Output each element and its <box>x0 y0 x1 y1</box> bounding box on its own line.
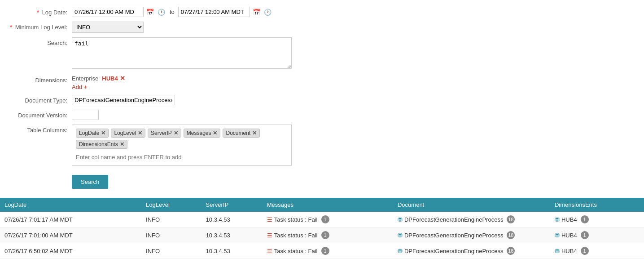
document-text: DPForecastGenerationEngineProcess <box>404 248 503 254</box>
dimension-tags: Enterprise HUB4 ✕ <box>72 75 635 82</box>
col-tag-remove-icon[interactable]: ✕ <box>138 130 142 136</box>
cell-logdate: 07/26/17 7:01:00 AM MDT <box>0 227 141 243</box>
search-button[interactable]: Search <box>72 175 108 189</box>
log-date-label: * Log Date: <box>9 7 72 16</box>
doc-type-row: Document Type: <box>9 95 635 105</box>
clock-from-icon[interactable]: 🕐 <box>157 8 166 17</box>
col-tag-remove-icon[interactable]: ✕ <box>120 141 124 147</box>
search-button-row: Search <box>9 170 635 189</box>
clock-to-icon[interactable]: 🕐 <box>263 8 272 17</box>
dimension-remove-icon[interactable]: ✕ <box>120 75 125 82</box>
dimension-key: Enterprise <box>72 75 98 82</box>
col-tag: Messages✕ <box>184 129 221 138</box>
col-header-logdate: LogDate <box>0 198 141 212</box>
col-header-messages: Messages <box>263 198 393 212</box>
cell-messages: ☰ Task status : Fail 1 <box>263 243 393 259</box>
cell-document: ⛃ DPForecastGenerationEngineProcess 18 <box>393 212 550 227</box>
message-badge: 1 <box>321 215 329 223</box>
table-row: 07/26/17 7:01:17 AM MDT INFO 10.3.4.53 ☰… <box>0 212 644 227</box>
calendar-from-icon[interactable]: 📅 <box>145 8 155 17</box>
calendar-to-icon[interactable]: 📅 <box>252 8 261 17</box>
add-plus-icon: + <box>83 84 87 90</box>
add-dimension-link[interactable]: Add + <box>72 84 635 90</box>
col-tag: Document✕ <box>223 129 260 138</box>
cell-loglevel: INFO <box>141 243 202 259</box>
log-date-to-input[interactable] <box>178 7 250 17</box>
dimension-value: HUB4 <box>102 75 118 82</box>
columns-wrap: LogDate✕LogLevel✕ServerIP✕Messages✕Docum… <box>72 125 292 166</box>
table-header: LogDate LogLevel ServerIP Messages Docum… <box>0 198 644 212</box>
log-search-form: * Log Date: 📅 🕐 to 📅 🕐 * Minimum Log Lev… <box>0 0 644 196</box>
search-textarea[interactable]: fail <box>72 37 292 69</box>
table-row: 07/26/17 6:50:02 AM MDT INFO 10.3.4.53 ☰… <box>0 243 644 259</box>
cell-messages: ☰ Task status : Fail 1 <box>263 212 393 227</box>
cell-loglevel: INFO <box>141 227 202 243</box>
document-tree-icon: ⛃ <box>398 216 403 223</box>
col-tag-remove-icon[interactable]: ✕ <box>252 130 257 136</box>
table-columns-label: Table Columns: <box>9 125 72 134</box>
min-log-level-select[interactable]: DEBUG INFO WARN ERROR <box>72 22 144 33</box>
dim-text: HUB4 <box>561 232 577 239</box>
log-date-controls: 📅 🕐 to 📅 🕐 <box>72 7 635 17</box>
column-tags: LogDate✕LogLevel✕ServerIP✕Messages✕Docum… <box>76 129 288 149</box>
dimensions-label: Dimensions: <box>9 75 72 84</box>
dimensions-control: Enterprise HUB4 ✕ Add + <box>72 75 635 90</box>
cell-serverip: 10.3.4.53 <box>202 227 263 243</box>
cell-logdate: 07/26/17 6:50:02 AM MDT <box>0 243 141 259</box>
log-date-from-input[interactable] <box>72 7 144 17</box>
doc-version-input[interactable] <box>72 110 99 120</box>
message-text: Task status : Fail <box>274 216 318 223</box>
document-tree-icon: ⛃ <box>398 248 403 254</box>
cell-messages: ☰ Task status : Fail 1 <box>263 227 393 243</box>
cell-loglevel: INFO <box>141 212 202 227</box>
document-tree-icon: ⛃ <box>398 232 403 239</box>
col-header-dimensionsents: DimensionsEnts <box>550 198 644 212</box>
cell-serverip: 10.3.4.53 <box>202 212 263 227</box>
dimensions-row: Dimensions: Enterprise HUB4 ✕ Add + <box>9 75 635 90</box>
col-tag-remove-icon[interactable]: ✕ <box>101 130 105 136</box>
col-name-input[interactable] <box>76 152 288 162</box>
search-row: Search: fail <box>9 37 635 70</box>
col-tag-remove-icon[interactable]: ✕ <box>174 130 178 136</box>
col-header-serverip: ServerIP <box>202 198 263 212</box>
table-body: 07/26/17 7:01:17 AM MDT INFO 10.3.4.53 ☰… <box>0 212 644 259</box>
dim-text: HUB4 <box>561 248 577 254</box>
table-row: 07/26/17 7:01:00 AM MDT INFO 10.3.4.53 ☰… <box>0 227 644 243</box>
doc-version-row: Document Version: <box>9 110 635 120</box>
message-text: Task status : Fail <box>274 232 318 239</box>
col-tag: DimensionsEnts✕ <box>76 140 127 149</box>
dim-tree-icon: ⛃ <box>555 216 560 223</box>
messages-list-icon: ☰ <box>267 232 272 239</box>
dim-badge: 1 <box>581 215 589 223</box>
col-tag: ServerIP✕ <box>148 129 181 138</box>
dim-badge: 1 <box>581 247 589 255</box>
results-table: LogDate LogLevel ServerIP Messages Docum… <box>0 198 644 259</box>
dim-text: HUB4 <box>561 216 577 223</box>
date-to-text: to <box>170 9 175 15</box>
message-badge: 1 <box>321 247 329 255</box>
dimension-tag: HUB4 ✕ <box>102 75 125 82</box>
cell-logdate: 07/26/17 7:01:17 AM MDT <box>0 212 141 227</box>
table-header-row: LogDate LogLevel ServerIP Messages Docum… <box>0 198 644 212</box>
message-badge: 1 <box>321 231 329 239</box>
doc-type-control <box>72 95 635 105</box>
log-date-row: * Log Date: 📅 🕐 to 📅 🕐 <box>9 7 635 17</box>
min-log-level-control: DEBUG INFO WARN ERROR <box>72 22 635 33</box>
col-tag: LogLevel✕ <box>111 129 145 138</box>
doc-version-label: Document Version: <box>9 110 72 119</box>
message-text: Task status : Fail <box>274 248 318 254</box>
search-control: fail <box>72 37 635 70</box>
table-columns-control: LogDate✕LogLevel✕ServerIP✕Messages✕Docum… <box>72 125 635 166</box>
dim-badge: 1 <box>581 231 589 239</box>
required-star-2: * <box>10 24 12 31</box>
document-badge: 18 <box>507 247 515 255</box>
doc-version-control <box>72 110 635 120</box>
col-header-loglevel: LogLevel <box>141 198 202 212</box>
col-tag-remove-icon[interactable]: ✕ <box>213 130 217 136</box>
doc-type-input[interactable] <box>72 95 175 105</box>
min-log-level-row: * Minimum Log Level: DEBUG INFO WARN ERR… <box>9 22 635 33</box>
pagination: « ‹ 1 › » <box>0 259 644 263</box>
cell-dimensionsents: ⛃ HUB4 1 <box>550 243 644 259</box>
document-badge: 18 <box>507 215 515 223</box>
messages-list-icon: ☰ <box>267 216 272 223</box>
